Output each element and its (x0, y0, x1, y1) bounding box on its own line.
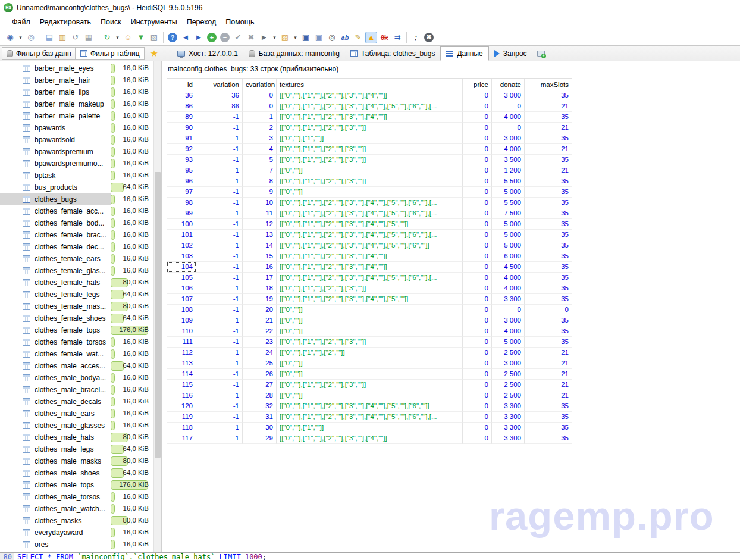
cell-textures[interactable]: [["0",""],["1",""],["2",""],["3",""]] (277, 123, 463, 133)
tree-table-clothes_female_torsos[interactable]: clothes_female_torsos16,0 KiB (0, 336, 153, 348)
table-row[interactable]: 112-124[["0",""],["1",""],["2",""]]02 50… (167, 348, 572, 358)
cell-textures[interactable]: [["0",""],["1",""],["2",""],["3",""]] (277, 380, 463, 390)
database-filter-tab[interactable]: Фильтр баз данны (2, 47, 76, 60)
table-row[interactable]: 118-130[["0",""],["1",""]]03 30035 (167, 423, 572, 433)
cell-price[interactable]: 0 (463, 337, 492, 348)
cell-id[interactable]: 110 (167, 326, 196, 337)
cell-textures[interactable]: [["0",""]] (277, 390, 463, 401)
cell-textures[interactable]: [["0",""],["1",""],["2",""],["3",""],["4… (277, 240, 463, 251)
tree-table-clothes_male_glasses[interactable]: clothes_male_glasses16,0 KiB (0, 420, 153, 431)
first-record-icon[interactable]: ◄ (180, 32, 192, 43)
cell-price[interactable]: 0 (463, 305, 492, 315)
cell-donate[interactable]: 0 (492, 123, 525, 133)
cell-donate[interactable]: 5 500 (492, 176, 525, 187)
cell-price[interactable]: 0 (463, 90, 492, 101)
table-row[interactable]: 95-17[["0",""]]01 20021 (167, 165, 572, 176)
help-icon[interactable]: ? (168, 33, 177, 42)
cell-price[interactable]: 0 (463, 230, 492, 240)
cell-textures[interactable]: [["0",""],["1",""],["2",""],["3",""],["4… (277, 198, 463, 208)
cell-price[interactable]: 0 (463, 112, 492, 123)
copy-icon[interactable]: ▤ (43, 32, 55, 43)
cell-textures[interactable]: [["0",""],["1",""],["2",""],["3",""]] (277, 176, 463, 187)
cell-cvariation[interactable]: 14 (243, 240, 277, 251)
save-icon[interactable]: ▣ (300, 32, 312, 43)
cell-price[interactable]: 0 (463, 165, 492, 176)
cell-textures[interactable]: [["0",""],["1",""],["2",""],["3",""]] (277, 155, 463, 165)
cell-id[interactable]: 93 (167, 155, 196, 165)
tab-host[interactable]: Хост: 127.0.0.1 (172, 46, 243, 61)
table-row[interactable]: 111-123[["0",""],["1",""],["2",""],["3",… (167, 337, 572, 348)
cell-donate[interactable]: 3 300 (492, 423, 525, 433)
tree-table-clothes_male_tops[interactable]: clothes_male_tops176,0 KiB (0, 479, 153, 491)
cell-textures[interactable]: [["0",""]] (277, 358, 463, 369)
cell-donate[interactable]: 5 000 (492, 240, 525, 251)
menu-item-поиск[interactable]: Поиск (96, 17, 126, 27)
cell-variation[interactable]: -1 (196, 294, 243, 305)
cell-donate[interactable]: 3 500 (492, 155, 525, 165)
cell-maxSlots[interactable]: 21 (525, 144, 572, 155)
cell-cvariation[interactable]: 2 (243, 123, 277, 133)
table-row[interactable]: 86860[["0",""],["1",""],["2",""],["3",""… (167, 101, 572, 112)
cell-maxSlots[interactable]: 21 (525, 358, 572, 369)
cell-donate[interactable]: 4 000 (492, 326, 525, 337)
cell-variation[interactable]: -1 (196, 165, 243, 176)
cell-maxSlots[interactable]: 35 (525, 219, 572, 230)
print-icon[interactable]: ▦ (83, 32, 95, 43)
cell-maxSlots[interactable]: 35 (525, 412, 572, 423)
cell-variation[interactable]: -1 (196, 401, 243, 412)
cell-variation[interactable]: -1 (196, 112, 243, 123)
tree-table-clothes_male_watch...[interactable]: clothes_male_watch...16,0 KiB (0, 503, 153, 515)
cell-price[interactable]: 0 (463, 133, 492, 144)
cell-maxSlots[interactable]: 35 (525, 90, 572, 101)
tree-table-clothes_male_hats[interactable]: clothes_male_hats80,0 KiB (0, 431, 153, 443)
cell-maxSlots[interactable]: 35 (525, 208, 572, 219)
cell-variation[interactable]: -1 (196, 315, 243, 326)
menu-item-редактировать[interactable]: Редактировать (35, 17, 96, 27)
column-header-textures[interactable]: textures (277, 79, 463, 90)
cell-variation[interactable]: -1 (196, 123, 243, 133)
cell-donate[interactable]: 2 500 (492, 390, 525, 401)
tree-table-everydayaward[interactable]: everydayaward16,0 KiB (0, 527, 153, 539)
cell-maxSlots[interactable]: 35 (525, 187, 572, 198)
sidebar-scrollbar[interactable] (153, 61, 161, 552)
cell-textures[interactable]: [["0",""],["1",""],["2",""],["3",""]] (277, 283, 463, 294)
cell-donate[interactable]: 3 300 (492, 401, 525, 412)
table-row[interactable]: 97-19[["0",""]]05 00035 (167, 187, 572, 198)
cell-id[interactable]: 105 (167, 273, 196, 283)
column-header-maxSlots[interactable]: maxSlots (525, 79, 572, 90)
tree-table-bpawardspremiumo...[interactable]: bpawardspremiumo...16,0 KiB (0, 158, 153, 170)
cell-id[interactable]: 91 (167, 133, 196, 144)
cell-textures[interactable]: [["0",""],["1",""]] (277, 133, 463, 144)
table-row[interactable]: 93-15[["0",""],["1",""],["2",""],["3",""… (167, 155, 572, 165)
cell-variation[interactable]: -1 (196, 208, 243, 219)
cell-donate[interactable]: 3 300 (492, 412, 525, 423)
cell-id[interactable]: 108 (167, 305, 196, 315)
cell-id[interactable]: 114 (167, 369, 196, 380)
cell-textures[interactable]: [["0",""],["1",""],["2",""],["3",""],["4… (277, 112, 463, 123)
tree-table-bpawardsold[interactable]: bpawardsold16,0 KiB (0, 134, 153, 146)
table-row[interactable]: 105-117[["0",""],["1",""],["2",""],["3",… (167, 273, 572, 283)
last-record-icon[interactable]: ► (193, 32, 205, 43)
cell-maxSlots[interactable]: 35 (525, 423, 572, 433)
cell-textures[interactable]: [["0",""],["1",""],["2",""],["3",""],["4… (277, 433, 463, 444)
cell-cvariation[interactable]: 29 (243, 433, 277, 444)
edit-pencil-icon[interactable]: ✎ (352, 32, 364, 43)
cell-price[interactable]: 0 (463, 273, 492, 283)
export-rows-icon[interactable]: ▼ (135, 32, 147, 43)
cell-id[interactable]: 96 (167, 176, 196, 187)
cell-cvariation[interactable]: 23 (243, 337, 277, 348)
replace-text-icon[interactable]: ab (339, 32, 351, 43)
cell-textures[interactable]: [["0",""],["1",""],["2",""],["3",""],["4… (277, 273, 463, 283)
cell-id[interactable]: 99 (167, 208, 196, 219)
cell-cvariation[interactable]: 12 (243, 219, 277, 230)
cell-maxSlots[interactable]: 35 (525, 294, 572, 305)
cell-maxSlots[interactable]: 35 (525, 326, 572, 337)
cell-maxSlots[interactable]: 35 (525, 283, 572, 294)
tab-data[interactable]: Данные (440, 46, 488, 61)
cell-textures[interactable]: [["0",""],["1",""]] (277, 423, 463, 433)
cell-maxSlots[interactable]: 35 (525, 401, 572, 412)
cell-price[interactable]: 0 (463, 176, 492, 187)
cell-textures[interactable]: [["0",""],["1",""],["2",""],["3",""],["4… (277, 412, 463, 423)
cell-price[interactable]: 0 (463, 433, 492, 444)
table-row[interactable]: 114-126[["0",""]]02 50021 (167, 369, 572, 380)
